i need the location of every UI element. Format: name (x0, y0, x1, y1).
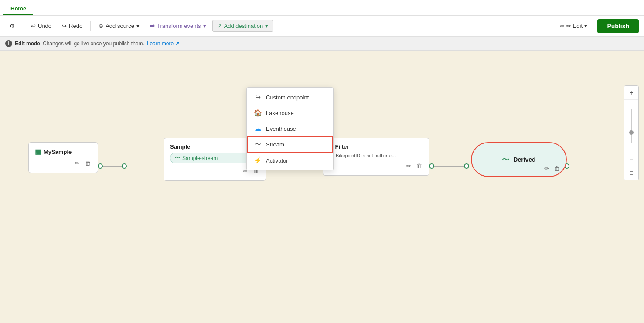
zoom-slider[interactable] (631, 100, 632, 152)
transform-events-button[interactable]: ⇌ Transform events ▾ (146, 20, 211, 31)
derived-delete-button[interactable]: 🗑 (553, 164, 561, 173)
mysample-actions: ✏ 🗑 (35, 159, 92, 167)
add-source-chevron-icon: ▾ (136, 23, 140, 29)
filter-delete-button[interactable]: 🗑 (416, 162, 423, 170)
add-source-icon: ⊕ (99, 23, 103, 29)
zoom-handle[interactable] (629, 130, 634, 135)
derived-icon: 〜 (502, 154, 510, 165)
zoom-fit-button[interactable]: ⊡ (624, 166, 638, 180)
filter-node[interactable]: ≡ Filter ⊟ BikepointID is not null or e…… (323, 138, 429, 176)
publish-button[interactable]: Publish (597, 19, 639, 33)
tab-bar: Home (0, 0, 644, 16)
settings-icon: ⚙ (10, 23, 15, 29)
svg-point-2 (98, 164, 102, 168)
stream-chip-icon: 〜 (175, 154, 180, 162)
dropdown-activator[interactable]: ⚡ Activator (247, 153, 333, 168)
activator-icon: ⚡ (254, 156, 262, 164)
zoom-in-button[interactable]: + (624, 86, 638, 100)
filter-condition: ⊟ BikepointID is not null or e… (329, 153, 423, 158)
learn-more-link[interactable]: Learn more ↗ (147, 41, 180, 47)
info-message: Changes will go live once you publish th… (43, 41, 144, 47)
derived-title: Derived (513, 156, 535, 163)
svg-point-8 (464, 164, 469, 168)
mysample-edit-button[interactable]: ✏ (74, 159, 81, 167)
eventhouse-icon: ☁ (254, 125, 262, 133)
filter-edit-button[interactable]: ✏ (405, 162, 412, 170)
filter-title: ≡ Filter (329, 143, 423, 150)
edit-icon: ✏ (560, 23, 565, 29)
svg-point-7 (429, 164, 434, 168)
transform-icon: ⇌ (150, 23, 155, 29)
zoom-track (631, 109, 632, 143)
dropdown-lakehouse[interactable]: 🏠 Lakehouse (247, 105, 333, 121)
settings-button[interactable]: ⚙ (5, 20, 19, 31)
info-icon: i (5, 40, 12, 47)
redo-icon: ↪ (62, 23, 67, 29)
mysample-delete-button[interactable]: 🗑 (84, 159, 92, 167)
svg-point-1 (122, 164, 126, 168)
mysample-node[interactable]: ▦ MySample ✏ 🗑 (28, 142, 98, 173)
undo-button[interactable]: ↩ Undo (27, 20, 56, 31)
zoom-controls: + − ⊡ (624, 85, 639, 180)
undo-icon: ↩ (31, 23, 36, 29)
mysample-icon: ▦ (35, 148, 41, 156)
filter-actions: ✏ 🗑 (329, 162, 423, 170)
add-destination-icon: ↗ (217, 23, 222, 29)
edit-chevron-icon: ▾ (584, 23, 587, 29)
derived-edit-button[interactable]: ✏ (543, 164, 550, 173)
mysample-title: ▦ MySample (35, 148, 92, 156)
custom-endpoint-icon: ↩ (254, 93, 262, 101)
edit-mode-label: Edit mode (15, 41, 40, 47)
add-destination-button[interactable]: ↗ Add destination ▾ (212, 20, 273, 32)
lakehouse-icon: 🏠 (254, 109, 262, 117)
derived-node[interactable]: 〜 Derived ✏ 🗑 (471, 142, 567, 177)
zoom-out-button[interactable]: − (624, 152, 638, 166)
canvas: ▦ MySample ✏ 🗑 Sample 〜 Sample-stream ✏ … (0, 51, 644, 323)
info-bar: i Edit mode Changes will go live once yo… (0, 37, 644, 51)
add-destination-dropdown: ↩ Custom endpoint 🏠 Lakehouse ☁ Eventhou… (246, 87, 334, 170)
toolbar: ⚙ ↩ Undo ↪ Redo ⊕ Add source ▾ ⇌ Transfo… (0, 16, 644, 37)
separator-1 (23, 21, 23, 31)
dropdown-custom-endpoint[interactable]: ↩ Custom endpoint (247, 89, 333, 105)
transform-chevron-icon: ▾ (203, 23, 206, 29)
edit-button[interactable]: ✏ ✏ Edit ▾ (560, 23, 587, 29)
stream-icon: 〜 (254, 140, 262, 149)
tab-home[interactable]: Home (3, 3, 33, 15)
add-source-button[interactable]: ⊕ Add source ▾ (94, 20, 144, 31)
dropdown-eventhouse[interactable]: ☁ Eventhouse (247, 121, 333, 136)
redo-button[interactable]: ↪ Redo (58, 20, 87, 31)
add-destination-chevron-icon: ▾ (265, 23, 268, 29)
dropdown-stream[interactable]: 〜 Stream (247, 136, 333, 153)
separator-2 (90, 21, 91, 31)
